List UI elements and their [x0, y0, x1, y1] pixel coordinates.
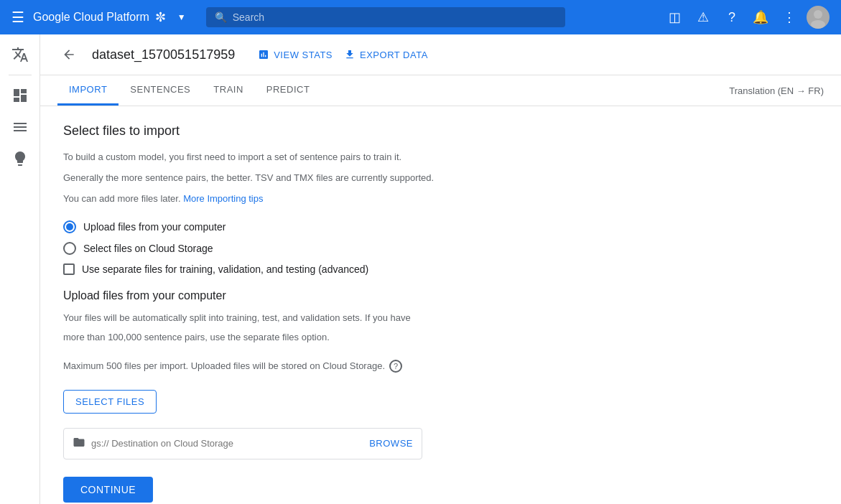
continue-button[interactable]: CONTINUE — [63, 477, 153, 503]
help-icon[interactable]: ? — [720, 6, 743, 29]
radio-inner-dot — [66, 223, 73, 230]
description-line2: Generally the more sentence pairs, the b… — [63, 171, 520, 186]
svg-point-0 — [814, 10, 822, 19]
tabs-left: IMPORT SENTENCES TRAIN PREDICT — [57, 75, 321, 106]
search-input[interactable] — [233, 11, 557, 23]
upload-desc1: Your files will be automatically split i… — [63, 311, 520, 326]
view-stats-label: VIEW STATS — [274, 50, 333, 60]
radio-upload-indicator — [63, 220, 76, 233]
dropdown-arrow-icon[interactable]: ▼ — [177, 12, 186, 22]
section-title: Select files to import — [63, 123, 520, 139]
svg-point-1 — [811, 20, 825, 29]
translation-label: Translation (EN → FR) — [729, 77, 824, 105]
header-bar: dataset_1570051517959 VIEW STATS EXPORT … — [40, 34, 841, 75]
description-line3: You can add more files later. More Impor… — [63, 192, 520, 207]
radio-cloud-label: Select files on Cloud Storage — [83, 243, 213, 254]
sidebar-item-translate[interactable] — [6, 40, 34, 69]
view-stats-button[interactable]: VIEW STATS — [258, 49, 333, 60]
more-options-icon[interactable]: ⋮ — [778, 6, 801, 29]
tab-predict[interactable]: PREDICT — [255, 75, 322, 106]
tabs: IMPORT SENTENCES TRAIN PREDICT Translati… — [40, 75, 841, 106]
storage-note: Maximum 500 files per import. Uploaded f… — [63, 360, 520, 373]
tab-train[interactable]: TRAIN — [202, 75, 255, 106]
topbar-actions: ◫ ⚠ ? 🔔 ⋮ — [663, 6, 830, 29]
importing-tips-link[interactable]: More Importing tips — [183, 193, 263, 204]
main-layout: dataset_1570051517959 VIEW STATS EXPORT … — [0, 34, 841, 504]
export-data-button[interactable]: EXPORT DATA — [344, 49, 428, 60]
export-data-label: EXPORT DATA — [360, 50, 428, 60]
upload-desc2: more than 100,000 sentence pairs, use th… — [63, 330, 520, 345]
radio-cloud-storage[interactable]: Select files on Cloud Storage — [63, 242, 520, 255]
back-button[interactable] — [57, 43, 80, 66]
description-line1: To build a custom model, you first need … — [63, 150, 520, 165]
radio-upload-label: Upload files from your computer — [83, 221, 226, 233]
sidebar-item-list[interactable] — [6, 113, 34, 141]
folder-icon — [73, 436, 85, 452]
checkbox-indicator — [63, 263, 75, 275]
header-actions: VIEW STATS EXPORT DATA — [258, 49, 428, 60]
radio-cloud-indicator — [63, 242, 76, 255]
radio-group: Upload files from your computer Select f… — [63, 220, 520, 255]
alert-icon[interactable]: ⚠ — [692, 6, 715, 29]
radio-upload-computer[interactable]: Upload files from your computer — [63, 220, 520, 233]
cloud-storage-input[interactable] — [91, 438, 361, 449]
select-files-button[interactable]: SELECT FILES — [63, 390, 157, 414]
notifications-icon[interactable]: 🔔 — [749, 6, 772, 29]
dots-icon: ✼ — [155, 9, 166, 25]
sidebar-item-dashboard[interactable] — [6, 81, 34, 110]
tab-sentences[interactable]: SENTENCES — [119, 75, 202, 106]
apps-icon[interactable]: ◫ — [663, 6, 686, 29]
avatar[interactable] — [807, 6, 830, 29]
browse-button[interactable]: BROWSE — [361, 438, 413, 449]
content-area: Select files to import To build a custom… — [40, 106, 543, 504]
sidebar-item-lightbulb[interactable] — [6, 144, 34, 173]
sidebar — [0, 34, 40, 504]
app-logo: Google Cloud Platform ✼ — [33, 9, 166, 25]
search-icon: 🔍 — [215, 11, 227, 23]
checkbox-label: Use separate files for training, validat… — [82, 263, 368, 275]
search-bar[interactable]: 🔍 — [206, 7, 565, 27]
hamburger-icon[interactable]: ☰ — [11, 9, 24, 26]
checkbox-separate-files[interactable]: Use separate files for training, validat… — [63, 263, 520, 275]
sidebar-divider — [9, 75, 32, 75]
cloud-storage-row: BROWSE — [63, 428, 422, 459]
main-content: dataset_1570051517959 VIEW STATS EXPORT … — [40, 34, 841, 504]
help-circle-icon[interactable]: ? — [389, 360, 402, 373]
tab-import[interactable]: IMPORT — [57, 75, 119, 106]
app-title: Google Cloud Platform — [33, 11, 149, 24]
topbar: ☰ Google Cloud Platform ✼ ▼ 🔍 ◫ ⚠ ? 🔔 ⋮ — [0, 0, 841, 34]
upload-section-title: Upload files from your computer — [63, 289, 520, 302]
dataset-title: dataset_1570051517959 — [92, 47, 235, 62]
